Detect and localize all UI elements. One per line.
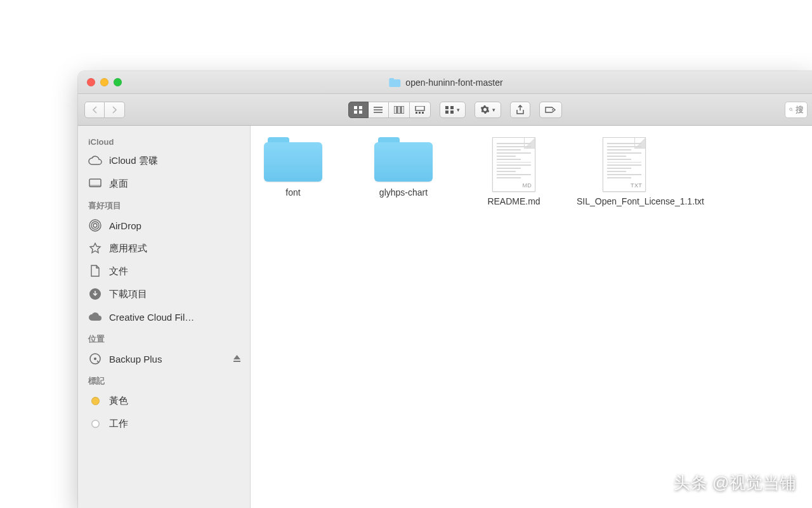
- svg-rect-14: [445, 106, 449, 109]
- file-label: glyhps-chart: [379, 187, 428, 199]
- sidebar-item-icloud-drive[interactable]: iCloud 雲碟: [78, 149, 250, 172]
- tags-button[interactable]: [539, 102, 562, 118]
- window-controls: [87, 78, 122, 86]
- svg-point-28: [94, 358, 96, 360]
- share-button[interactable]: [510, 102, 530, 118]
- sidebar-item-label: Creative Cloud Fil…: [109, 312, 194, 323]
- airdrop-icon: [88, 218, 102, 232]
- content-area[interactable]: font glyhps-chart MD README.md TXT SIL_O…: [251, 126, 812, 508]
- icon-view-button[interactable]: [348, 102, 369, 118]
- svg-point-18: [552, 109, 553, 110]
- sidebar-item-desktop[interactable]: 桌面: [78, 172, 250, 195]
- file-item-font[interactable]: font: [259, 137, 327, 208]
- sidebar-item-label: 黃色: [109, 395, 128, 407]
- forward-button[interactable]: [105, 102, 125, 118]
- document-icon: MD: [492, 137, 535, 192]
- sidebar-tag-yellow[interactable]: 黃色: [78, 389, 250, 412]
- sidebar-tag-work[interactable]: 工作: [78, 412, 250, 435]
- back-button[interactable]: [84, 102, 105, 118]
- folder-icon: [374, 137, 433, 183]
- sidebar-section-icloud: iCloud: [78, 132, 250, 149]
- sidebar-item-applications[interactable]: 應用程式: [78, 237, 250, 260]
- search-input[interactable]: [796, 105, 803, 114]
- svg-rect-7: [394, 106, 396, 114]
- svg-rect-30: [233, 361, 240, 362]
- sidebar-item-documents[interactable]: 文件: [78, 260, 250, 283]
- svg-point-24: [91, 222, 99, 229]
- sidebar-section-tags: 標記: [78, 370, 250, 389]
- svg-rect-1: [359, 106, 362, 109]
- zoom-button[interactable]: [114, 78, 122, 86]
- svg-rect-17: [450, 110, 454, 114]
- sidebar-item-label: AirDrop: [109, 220, 141, 231]
- svg-rect-11: [416, 112, 417, 114]
- svg-rect-9: [402, 106, 404, 114]
- group-button[interactable]: ▾: [440, 102, 466, 118]
- svg-line-20: [792, 110, 792, 111]
- svg-rect-22: [89, 185, 101, 187]
- file-label: SIL_Open_Font_License_1.1.txt: [577, 196, 672, 208]
- svg-rect-8: [398, 106, 400, 114]
- finder-window: open-huninn-font-master ▾ ▾: [78, 71, 812, 508]
- search-icon: [789, 105, 793, 114]
- svg-point-19: [790, 108, 792, 110]
- sidebar-item-label: 工作: [109, 418, 128, 430]
- sidebar-item-label: 下載項目: [109, 288, 147, 300]
- watermark: 头条 @视觉当铺: [674, 472, 797, 494]
- sidebar: iCloud iCloud 雲碟 桌面 喜好項目 AirDrop 應用程式 文件: [78, 126, 251, 508]
- svg-rect-2: [354, 110, 357, 114]
- tag-dot-icon: [91, 420, 100, 428]
- svg-rect-12: [419, 112, 421, 114]
- sidebar-item-label: 桌面: [109, 178, 128, 190]
- svg-rect-13: [422, 112, 424, 114]
- sidebar-item-downloads[interactable]: 下載項目: [78, 283, 250, 305]
- svg-rect-0: [354, 106, 357, 109]
- desktop-icon: [88, 177, 102, 190]
- folder-icon: [389, 78, 400, 87]
- svg-rect-16: [445, 110, 449, 114]
- window-title: open-huninn-font-master: [389, 77, 502, 88]
- creative-cloud-icon: [88, 310, 102, 324]
- list-view-button[interactable]: [369, 102, 389, 118]
- applications-icon: [88, 241, 102, 255]
- downloads-icon: [88, 287, 102, 301]
- sidebar-item-airdrop[interactable]: AirDrop: [78, 214, 250, 237]
- view-buttons: [348, 102, 431, 118]
- document-icon: TXT: [603, 137, 646, 192]
- title-text: open-huninn-font-master: [405, 77, 502, 88]
- nav-buttons: [84, 102, 125, 118]
- cloud-icon: [88, 154, 102, 168]
- tag-dot-icon: [91, 397, 100, 405]
- file-label: README.md: [487, 196, 540, 208]
- minimize-button[interactable]: [100, 78, 108, 86]
- titlebar: open-huninn-font-master: [78, 71, 812, 94]
- sidebar-section-favorites: 喜好項目: [78, 195, 250, 214]
- documents-icon: [88, 264, 102, 278]
- sidebar-item-label: 應用程式: [109, 243, 147, 255]
- column-view-button[interactable]: [389, 102, 410, 118]
- file-item-readme[interactable]: MD README.md: [480, 137, 547, 208]
- search-field[interactable]: [785, 102, 808, 118]
- eject-icon[interactable]: [233, 354, 241, 364]
- toolbar: ▾ ▾: [78, 94, 812, 126]
- drive-icon: [88, 352, 102, 366]
- svg-point-23: [93, 224, 97, 227]
- sidebar-item-label: iCloud 雲碟: [109, 155, 158, 167]
- file-item-glyphs-chart[interactable]: glyhps-chart: [370, 137, 437, 208]
- folder-icon: [264, 137, 322, 183]
- file-label: font: [285, 187, 300, 199]
- close-button[interactable]: [87, 78, 95, 86]
- sidebar-item-creative-cloud[interactable]: Creative Cloud Fil…: [78, 305, 250, 328]
- sidebar-item-label: Backup Plus: [109, 354, 162, 364]
- sidebar-item-backup-plus[interactable]: Backup Plus: [78, 347, 250, 370]
- svg-rect-10: [416, 106, 424, 110]
- sidebar-item-label: 文件: [109, 265, 128, 277]
- svg-line-29: [97, 361, 99, 363]
- svg-rect-15: [450, 106, 454, 109]
- gallery-view-button[interactable]: [410, 102, 431, 118]
- action-button[interactable]: ▾: [475, 102, 501, 118]
- svg-rect-3: [359, 110, 362, 114]
- file-item-license[interactable]: TXT SIL_Open_Font_License_1.1.txt: [591, 137, 658, 208]
- sidebar-section-locations: 位置: [78, 328, 250, 347]
